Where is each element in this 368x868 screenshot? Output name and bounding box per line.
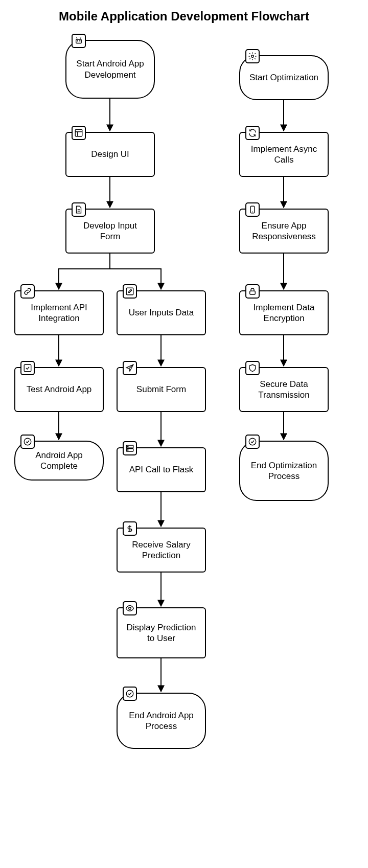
node-label: Start Optimization bbox=[249, 72, 318, 83]
node-app-complete: Android App Complete bbox=[14, 441, 104, 481]
check-circle-icon bbox=[245, 435, 260, 449]
lock-icon bbox=[245, 284, 260, 299]
node-label: Secure Data Transmission bbox=[246, 379, 321, 401]
check-square-icon bbox=[20, 361, 35, 375]
node-api-call-flask: API Call to Flask bbox=[117, 447, 206, 492]
flowchart-canvas: Mobile Application Development Flowchart… bbox=[0, 0, 368, 868]
node-label: Implement API Integration bbox=[21, 302, 97, 324]
node-end-optimization: End Optimization Process bbox=[239, 441, 329, 501]
refresh-icon bbox=[245, 126, 260, 140]
node-end-android: End Android App Process bbox=[117, 693, 206, 749]
node-label: Test Android App bbox=[27, 384, 92, 395]
node-label: Display Prediction to User bbox=[124, 622, 199, 644]
eye-icon bbox=[123, 601, 137, 615]
node-label: Start Android App Development bbox=[73, 58, 148, 80]
node-responsiveness: Ensure App Responsiveness bbox=[239, 209, 329, 254]
node-label: Ensure App Responsiveness bbox=[246, 220, 321, 242]
check-circle-icon bbox=[123, 687, 137, 701]
node-label: Submit Form bbox=[136, 384, 186, 395]
node-develop-form: Develop Input Form bbox=[65, 209, 155, 254]
server-icon bbox=[123, 441, 137, 455]
node-label: Implement Async Calls bbox=[246, 144, 321, 166]
node-display-prediction: Display Prediction to User bbox=[117, 607, 206, 658]
node-api-integration: Implement API Integration bbox=[14, 290, 104, 335]
node-user-inputs: User Inputs Data bbox=[117, 290, 206, 335]
layout-icon bbox=[72, 126, 86, 140]
node-async-calls: Implement Async Calls bbox=[239, 132, 329, 177]
phone-icon bbox=[245, 202, 260, 217]
node-start-android: Start Android App Development bbox=[65, 40, 155, 99]
link-icon bbox=[20, 284, 35, 299]
node-test-app: Test Android App bbox=[14, 367, 104, 412]
node-label: API Call to Flask bbox=[129, 464, 194, 475]
node-submit-form: Submit Form bbox=[117, 367, 206, 412]
android-icon bbox=[72, 34, 86, 48]
edit-icon bbox=[123, 284, 137, 299]
node-label: Develop Input Form bbox=[73, 220, 148, 242]
dollar-icon bbox=[123, 521, 137, 536]
node-label: Implement Data Encryption bbox=[246, 302, 321, 324]
node-data-encryption: Implement Data Encryption bbox=[239, 290, 329, 335]
node-design-ui: Design UI bbox=[65, 132, 155, 177]
node-label: Receive Salary Prediction bbox=[124, 539, 199, 561]
node-label: End Android App Process bbox=[124, 710, 199, 732]
chart-title: Mobile Application Development Flowchart bbox=[0, 9, 368, 24]
node-receive-prediction: Receive Salary Prediction bbox=[117, 528, 206, 573]
check-circle-icon bbox=[20, 435, 35, 449]
send-icon bbox=[123, 361, 137, 375]
node-secure-transmission: Secure Data Transmission bbox=[239, 367, 329, 412]
node-label: User Inputs Data bbox=[129, 307, 194, 318]
document-icon bbox=[72, 202, 86, 217]
node-start-optimization: Start Optimization bbox=[239, 55, 329, 100]
node-label: Design UI bbox=[91, 149, 129, 159]
shield-icon bbox=[245, 361, 260, 375]
gear-icon bbox=[245, 49, 260, 63]
node-label: Android App Complete bbox=[21, 450, 97, 472]
node-label: End Optimization Process bbox=[246, 460, 321, 482]
